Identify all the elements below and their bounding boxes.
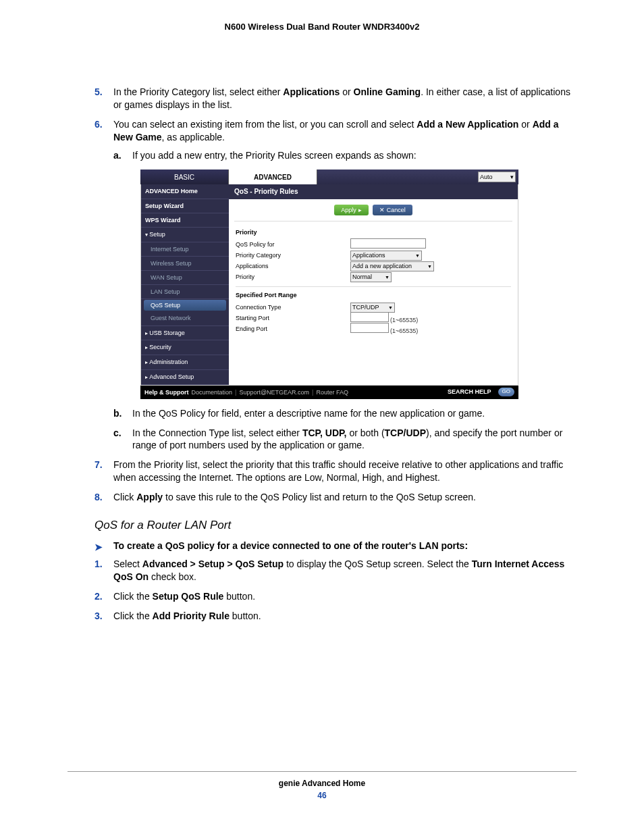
tab-basic[interactable]: BASIC <box>140 170 229 184</box>
label-applications: Applications <box>236 262 350 270</box>
text-bold: TCP, UDP, <box>302 427 347 438</box>
select-value: Normal <box>352 273 372 281</box>
label-priority: Priority <box>236 273 350 281</box>
step-marker: 1. <box>95 558 103 571</box>
step-b3: 3. Click the Add Priority Rule button. <box>95 610 576 623</box>
text: Click the <box>113 591 153 602</box>
ending-port-input[interactable] <box>350 323 389 333</box>
applications-select[interactable]: Add a new application▼ <box>350 261 434 271</box>
sidebar-item-wireless-setup[interactable]: Wireless Setup <box>141 257 229 271</box>
text: From the Priority list, select the prior… <box>113 459 563 483</box>
step-marker: 5. <box>95 86 103 99</box>
step-b1: 1. Select Advanced > Setup > QoS Setup t… <box>95 558 576 583</box>
port-range-hint: (1~65535) <box>390 328 418 334</box>
chevron-down-icon: ▼ <box>415 253 420 259</box>
step-marker: 7. <box>95 459 103 471</box>
priority-select[interactable]: Normal▼ <box>350 272 392 282</box>
text-bold: Online Gaming <box>354 86 421 97</box>
subsection-heading: QoS for a Router LAN Port <box>95 519 576 532</box>
sidebar-item-usb-storage[interactable]: USB Storage <box>141 326 229 341</box>
label-connection-type: Connection Type <box>236 303 350 311</box>
procedure-arrow-icon: ➤ <box>95 542 103 552</box>
step-5: 5. In the Priority Category list, select… <box>95 86 576 111</box>
select-value: Auto <box>480 173 493 181</box>
separator: | <box>312 388 313 396</box>
go-button[interactable]: GO <box>498 388 514 396</box>
step-7: 7. From the Priority list, select the pr… <box>95 459 576 484</box>
step-marker: 6. <box>95 118 103 131</box>
documentation-link[interactable]: Documentation <box>192 388 233 396</box>
text: check box. <box>149 571 196 582</box>
connection-type-select[interactable]: TCP/UDP▼ <box>350 303 395 313</box>
sidebar-item-advanced-home[interactable]: ADVANCED Home <box>141 184 229 199</box>
text-bold: Applications <box>283 86 340 97</box>
sidebar-item-qos-setup[interactable]: QoS Setup <box>144 300 226 311</box>
priority-category-select[interactable]: Applications▼ <box>350 251 422 261</box>
text: In the Priority Category list, select ei… <box>113 86 283 97</box>
step-6: 6. You can select an existing item from … <box>95 118 576 452</box>
close-icon: ✕ <box>379 206 385 214</box>
help-support-label: Help & Support <box>144 388 189 396</box>
language-select[interactable]: Auto ▾ <box>478 172 516 182</box>
sidebar-item-setup-wizard[interactable]: Setup Wizard <box>141 199 229 213</box>
step-b2: 2. Click the Setup QoS Rule button. <box>95 590 576 603</box>
sidebar-item-internet-setup[interactable]: Internet Setup <box>141 242 229 257</box>
substep-c: c. In the Connection Type list, select e… <box>113 427 576 452</box>
step-marker: 2. <box>95 590 103 603</box>
starting-port-input[interactable] <box>350 312 389 322</box>
sidebar-item-administration[interactable]: Administration <box>141 355 229 370</box>
text: In the QoS Policy for field, enter a des… <box>132 408 485 419</box>
label-qos-policy-for: QoS Policy for <box>236 240 350 249</box>
sidebar-item-guest-network[interactable]: Guest Network <box>141 311 229 325</box>
search-help-label: SEARCH HELP <box>448 389 491 395</box>
step-marker: 3. <box>95 610 103 623</box>
text: , as applicable. <box>162 132 225 142</box>
support-email-link[interactable]: Support@NETGEAR.com <box>239 388 309 396</box>
text: To create a QoS policy for a device conn… <box>113 540 468 551</box>
text: Click <box>113 492 136 502</box>
embedded-screenshot: BASIC ADVANCED Auto ▾ ADVANCED Home S <box>140 170 518 398</box>
text: In the Connection Type list, select eith… <box>132 427 302 438</box>
sidebar: ADVANCED Home Setup Wizard WPS Wizard Se… <box>141 184 229 384</box>
text: or <box>518 119 532 130</box>
select-value: Applications <box>352 251 385 259</box>
substep-a: a. If you add a new entry, the Priority … <box>113 149 576 162</box>
panel-title: QoS - Priority Rules <box>229 184 518 199</box>
text: to save this rule to the QoS Policy list… <box>163 492 476 502</box>
button-label: Cancel <box>387 206 406 214</box>
apply-button[interactable]: Apply▸ <box>334 205 369 215</box>
cancel-button[interactable]: ✕Cancel <box>373 205 412 215</box>
text: Select <box>113 558 142 569</box>
label-priority-category: Priority Category <box>236 251 350 259</box>
label-ending-port: Ending Port <box>236 325 350 333</box>
button-label: Apply <box>341 206 356 214</box>
text-bold: Add Priority Rule <box>153 610 230 621</box>
footer-section-name: genie Advanced Home <box>68 779 576 788</box>
substep-marker: a. <box>113 149 122 162</box>
step-8: 8. Click Apply to save this rule to the … <box>95 491 576 504</box>
text-bold: Setup QoS Rule <box>153 591 224 602</box>
label-starting-port: Starting Port <box>236 314 350 322</box>
tab-advanced[interactable]: ADVANCED <box>229 170 317 184</box>
router-faq-link[interactable]: Router FAQ <box>316 388 348 396</box>
text-bold: Apply <box>136 492 163 502</box>
separator: | <box>235 388 236 396</box>
text: Click the <box>113 610 153 621</box>
text: You can select an existing item from the… <box>113 119 417 130</box>
sidebar-item-security[interactable]: Security <box>141 340 229 355</box>
sidebar-item-wps-wizard[interactable]: WPS Wizard <box>141 213 229 228</box>
text: or both ( <box>347 427 385 438</box>
sidebar-item-setup[interactable]: Setup <box>141 228 229 242</box>
sidebar-item-wan-setup[interactable]: WAN Setup <box>141 271 229 285</box>
substep-b: b. In the QoS Policy for field, enter a … <box>113 407 576 420</box>
step-marker: 8. <box>95 491 103 504</box>
text: button. <box>223 591 255 602</box>
play-icon: ▸ <box>358 206 362 214</box>
text-bold: Add a New Application <box>417 119 518 130</box>
sidebar-item-advanced-setup[interactable]: Advanced Setup <box>141 370 229 385</box>
chevron-down-icon: ▾ <box>510 173 514 181</box>
select-value: TCP/UDP <box>352 303 379 311</box>
sidebar-item-lan-setup[interactable]: LAN Setup <box>141 285 229 299</box>
qos-policy-for-input[interactable] <box>350 238 426 249</box>
priority-heading: Priority <box>236 228 511 236</box>
